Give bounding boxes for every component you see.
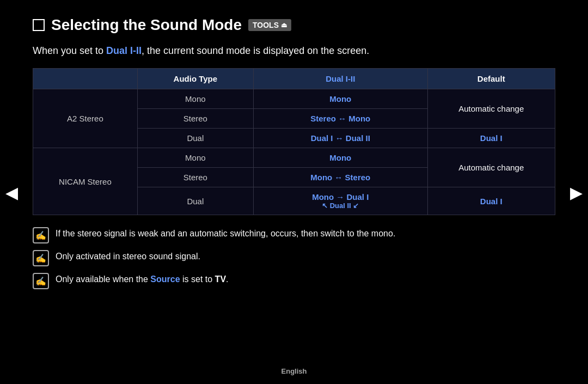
note3-highlight2: TV [215,275,226,284]
checkbox-icon [33,19,45,31]
audio-type-cell: Dual [137,129,253,148]
audio-type-cell: Mono [137,148,253,168]
default-cell: Automatic change [427,89,555,129]
subtitle-after: , the current sound mode is displayed on… [142,45,369,56]
default-cell: Automatic change [427,148,555,187]
title-row: Selecting the Sound Mode TOOLS ⏏ [33,16,555,34]
th-default: Default [427,69,555,89]
dual-ii-cell: Mono ↔ Stereo [253,168,427,187]
note-text-2: Only activated in stereo sound signal. [56,250,200,263]
table-row: A2 Stereo Mono Mono Automatic change [33,89,555,109]
section-label-a2: A2 Stereo [33,89,138,148]
note-item-2: ✍ Only activated in stereo sound signal. [33,250,555,266]
subtitle: When you set to Dual I-II, the current s… [33,44,555,58]
subtitle-highlight: Dual I-II [106,45,142,56]
tools-badge: TOOLS ⏏ [248,19,291,31]
dual-ii-cell: Mono [253,89,427,109]
sound-table: Audio Type Dual I-II Default A2 Stereo M… [33,68,555,215]
audio-type-cell: Dual [137,187,253,215]
tools-icon: ⏏ [281,21,287,29]
note3-middle: is set to [180,275,215,284]
note3-before: Only available when the [56,275,150,284]
audio-type-cell: Mono [137,89,253,109]
note-item-3: ✍ Only available when the Source is set … [33,273,555,289]
table-row: NICAM Stereo Mono Mono Automatic change [33,148,555,168]
note3-after: . [226,275,228,284]
dual-ii-cell: Stereo ↔ Mono [253,109,427,129]
note-icon-3: ✍ [33,273,49,289]
default-cell: Dual I [427,129,555,148]
page-container: Selecting the Sound Mode TOOLS ⏏ When yo… [0,0,588,307]
nav-left-button[interactable]: ◀ [5,182,18,202]
notes-section: ✍ If the stereo signal is weak and an au… [33,227,555,289]
th-dual-ii: Dual I-II [253,69,427,89]
dual-ii-cell: Mono [253,148,427,168]
note-icon-2: ✍ [33,250,49,266]
subtitle-before: When you set to [33,45,106,56]
nav-right-button[interactable]: ▶ [570,182,583,202]
dual-ii-sub: ↖ Dual II ↙ [261,202,420,210]
note-text-1: If the stereo signal is weak and an auto… [56,227,395,240]
th-empty [33,69,138,89]
note-item-1: ✍ If the stereo signal is weak and an au… [33,227,555,243]
audio-type-cell: Stereo [137,109,253,129]
default-cell: Dual I [427,187,555,215]
dual-ii-cell: Mono → Dual I ↖ Dual II ↙ [253,187,427,215]
tools-label: TOOLS [253,21,279,29]
dual-ii-cell: Dual I ↔ Dual II [253,129,427,148]
note3-highlight1: Source [150,275,180,284]
section-label-nicam: NICAM Stereo [33,148,138,215]
th-audio-type: Audio Type [137,69,253,89]
note-text-3: Only available when the Source is set to… [56,273,229,286]
table-header-row: Audio Type Dual I-II Default [33,69,555,89]
footer-text: English [0,367,588,375]
audio-type-cell: Stereo [137,168,253,187]
note-icon-1: ✍ [33,227,49,243]
page-title: Selecting the Sound Mode [51,16,242,34]
